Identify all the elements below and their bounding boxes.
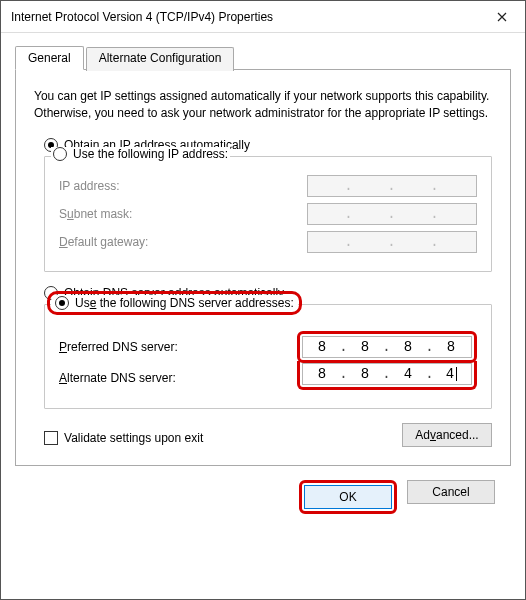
description-text: You can get IP settings assigned automat… bbox=[34, 88, 492, 122]
input-preferred-dns[interactable]: 8. 8. 8. 8 bbox=[302, 336, 472, 358]
caret-icon bbox=[456, 367, 457, 381]
highlight-ok: OK bbox=[299, 480, 397, 514]
tab-general[interactable]: General bbox=[15, 46, 84, 70]
input-default-gateway: ... bbox=[307, 231, 477, 253]
advanced-button[interactable]: Advanced... bbox=[402, 423, 492, 447]
input-subnet-mask: ... bbox=[307, 203, 477, 225]
window-title: Internet Protocol Version 4 (TCP/IPv4) P… bbox=[11, 10, 479, 24]
groupbox-dns-manual: Use the following DNS server addresses: … bbox=[44, 304, 492, 409]
label-alternate-dns: Alternate DNS server: bbox=[59, 371, 176, 385]
tab-alternate[interactable]: Alternate Configuration bbox=[86, 47, 235, 71]
titlebar: Internet Protocol Version 4 (TCP/IPv4) P… bbox=[1, 1, 525, 33]
checkbox-validate-label: Validate settings upon exit bbox=[64, 431, 203, 445]
groupbox-ip-manual: Use the following IP address: IP address… bbox=[44, 156, 492, 272]
highlight-dns-inputs-2: 8. 8. 4. 4 bbox=[297, 361, 477, 390]
checkbox-icon bbox=[44, 431, 58, 445]
input-ip-address: ... bbox=[307, 175, 477, 197]
tab-bar: General Alternate Configuration bbox=[15, 45, 511, 70]
radio-ip-manual-label: Use the following IP address: bbox=[73, 147, 228, 161]
label-preferred-dns: Preferred DNS server: bbox=[59, 340, 178, 354]
checkbox-validate-on-exit[interactable]: Validate settings upon exit bbox=[44, 431, 203, 445]
radio-dns-manual[interactable] bbox=[55, 296, 69, 310]
label-default-gateway: Default gateway: bbox=[59, 235, 148, 249]
radio-dns-manual-label: Use the following DNS server addresses: bbox=[75, 296, 294, 310]
radio-ip-manual[interactable] bbox=[53, 147, 67, 161]
close-icon[interactable] bbox=[479, 1, 525, 33]
label-ip-address: IP address: bbox=[59, 179, 120, 193]
general-panel: You can get IP settings assigned automat… bbox=[15, 70, 511, 466]
input-alternate-dns[interactable]: 8. 8. 4. 4 bbox=[302, 363, 472, 385]
dialog-footer: OK Cancel bbox=[15, 466, 511, 514]
label-subnet-mask: Subnet mask: bbox=[59, 207, 132, 221]
cancel-button[interactable]: Cancel bbox=[407, 480, 495, 504]
ok-button[interactable]: OK bbox=[304, 485, 392, 509]
highlight-dns-inputs: 8. 8. 8. 8 bbox=[297, 331, 477, 363]
